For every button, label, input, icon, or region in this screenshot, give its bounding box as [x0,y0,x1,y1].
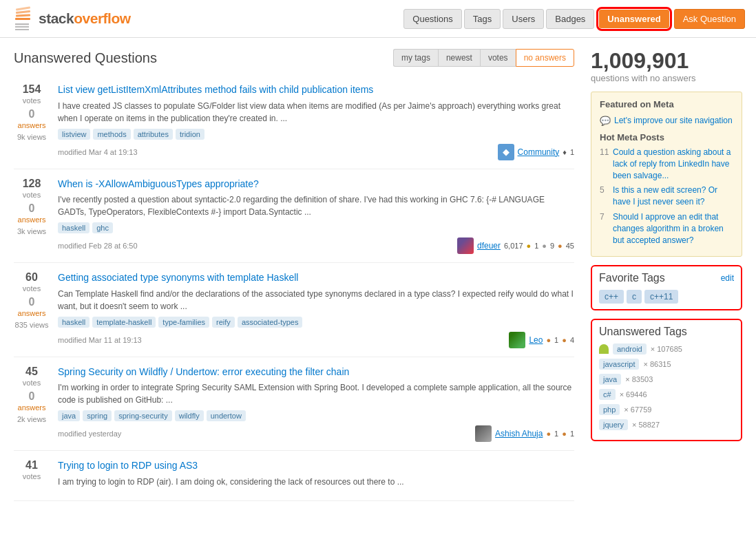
unans-tag[interactable]: android [613,343,647,355]
tag[interactable]: undertow [207,410,246,421]
q-title-link[interactable]: List view getListItemXmlAttributes metho… [58,83,574,97]
hot-meta-item: 5 Is this a new edit screen? Or have I j… [600,184,733,208]
vote-count: 60 [25,271,38,284]
nav-badges-button[interactable]: Badges [546,9,594,29]
q-title-link[interactable]: Trying to login to RDP using AS3 [58,459,574,473]
nav-unanswered-button[interactable]: Unanswered [599,10,669,28]
avatar [457,237,474,254]
fav-tags-list: c++ c c++11 [599,290,734,304]
q-body: When is -XAllowAmbiguousTypes appropriat… [58,178,574,255]
answer-count: 0 [29,202,35,215]
vote-label: votes [23,191,41,199]
tag[interactable]: tridion [176,129,204,140]
unans-tag[interactable]: java [599,374,621,385]
tag[interactable]: listview [58,129,90,140]
badge-bronze: ● [558,242,563,250]
tag[interactable]: methods [93,129,130,140]
unans-tag[interactable]: javascript [599,359,639,370]
nav-tags-button[interactable]: Tags [464,9,501,29]
q-title-link[interactable]: Spring Security on Wildfly / Undertow: e… [58,366,574,379]
hot-meta-item: 7 Should I approve an edit that changes … [600,211,733,246]
svg-rect-3 [15,25,29,25]
filter-mytags[interactable]: my tags [393,49,438,67]
fav-tag[interactable]: c++ [599,290,624,304]
vote-count: 41 [25,459,38,472]
hot-meta-link[interactable]: Is this a new edit screen? Or have I jus… [613,184,733,208]
tag[interactable]: wildfly [175,410,204,421]
unans-tag[interactable]: php [599,404,620,415]
vote-label: votes [23,379,41,387]
answer-count: 0 [29,390,35,403]
q-stats: 128 votes 0 answers 3k views [14,178,50,255]
page-header: Unanswered Questions my tags newest vote… [14,49,574,67]
nav: Questions Tags Users Badges Unanswered A… [403,7,745,31]
nav-users-button[interactable]: Users [503,9,544,29]
android-icon [599,344,609,354]
filter-votes[interactable]: votes [480,49,516,67]
tag[interactable]: haskell [58,317,90,328]
tag[interactable]: java [58,410,80,421]
svg-rect-6 [16,10,30,14]
view-count: 9k views [17,133,46,141]
hot-meta-num: 5 [600,184,609,208]
logo[interactable]: stackoverflow [11,6,131,32]
main-column: Unanswered Questions my tags newest vote… [14,49,574,501]
unans-count: × 107685 [651,345,682,353]
hot-meta-num: 7 [600,211,609,246]
unans-tag[interactable]: c# [599,389,616,400]
view-count: 3k views [17,227,46,235]
user-name-link[interactable]: dfeuer [477,241,501,251]
tag[interactable]: associated-types [238,317,303,328]
fav-tag[interactable]: c++11 [644,290,678,304]
hot-meta-link[interactable]: Should I approve an edit that changes al… [613,211,733,246]
q-modified: modified Feb 28 at 6:50 [58,242,138,250]
featured-link[interactable]: 💬 Let's improve our site navigation [600,115,733,127]
tag[interactable]: template-haskell [92,317,156,328]
user-name-link[interactable]: Community [518,147,560,157]
badge-bronze: ● [546,430,551,438]
nav-questions-button[interactable]: Questions [403,9,462,29]
tag[interactable]: type-families [158,317,209,328]
nav-ask-question-button[interactable]: Ask Question [674,9,745,29]
answer-count: 0 [29,108,35,120]
q-excerpt: I've recently posted a question about sy… [58,193,574,218]
tag[interactable]: spring [83,410,112,421]
user-name-link[interactable]: Leo [529,335,543,345]
tag[interactable]: attributes [134,129,173,140]
fav-tag[interactable]: c [627,290,642,304]
sidebar: 1,009,901 questions with no answers Feat… [591,49,742,501]
featured-link-text[interactable]: Let's improve our site navigation [614,115,733,127]
q-meta: modified yesterday Ashish Ahuja ●1 ●1 [58,425,574,442]
chat-icon: 💬 [600,116,611,126]
view-count: 2k views [17,415,46,423]
vote-count: 128 [23,178,41,190]
vote-label: votes [23,472,41,480]
hot-meta-link[interactable]: Could a question asking about a lack of … [613,147,733,181]
content-area: Unanswered Questions my tags newest vote… [0,38,756,512]
user-name-link[interactable]: Ashish Ahuja [495,429,543,438]
unans-tag[interactable]: jquery [599,419,628,430]
tag[interactable]: reify [212,317,235,328]
q-excerpt: I'm working in order to integrate Spring… [58,381,574,406]
q-body: Trying to login to RDP using AS3 I am tr… [58,459,574,492]
filter-newest[interactable]: newest [438,49,480,67]
q-stats: 154 votes 0 answers 9k views [14,83,50,160]
unanswered-tags-title: Unanswered Tags [599,326,734,338]
tag[interactable]: ghc [92,222,113,233]
filter-noanswers[interactable]: no answers [516,49,574,67]
stat-block: 1,009,901 questions with no answers [591,49,742,83]
q-title-link[interactable]: When is -XAllowAmbiguousTypes appropriat… [58,178,574,191]
answer-label: answers [18,403,46,412]
q-user: dfeuer 6,017 ●1 ●9 ●45 [457,237,574,254]
hot-meta-num: 11 [600,147,609,181]
q-title-link[interactable]: Getting associated type synonyms with te… [58,271,574,285]
svg-rect-1 [15,26,29,28]
tag[interactable]: spring-security [114,410,172,421]
vote-count: 154 [23,83,41,96]
tag[interactable]: haskell [58,222,90,233]
q-stats: 45 votes 0 answers 2k views [14,366,50,443]
svg-rect-4 [15,18,30,20]
filter-tabs: my tags newest votes no answers [393,49,574,67]
q-excerpt: I am trying to login to RDP (air). I am … [58,476,574,488]
edit-tags-link[interactable]: edit [721,273,734,283]
